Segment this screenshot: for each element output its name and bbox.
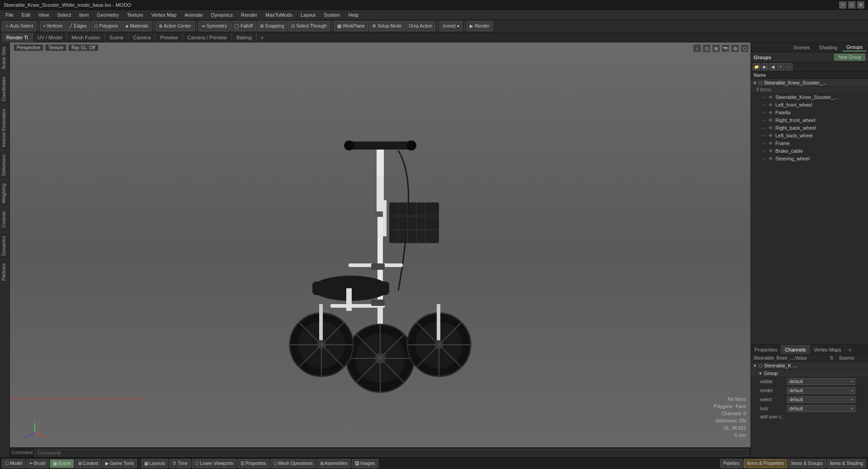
tab-uv-model[interactable]: UV / Model — [33, 33, 67, 42]
menu-render[interactable]: Render — [237, 11, 261, 19]
ray-gl-button[interactable]: Ray GL: Off — [68, 44, 99, 51]
vp-settings-button[interactable]: ⚙ — [731, 44, 739, 52]
list-item[interactable]: ─ 👁 Frame — [751, 140, 868, 147]
sidebar-tab-particles[interactable]: Particles — [0, 259, 9, 284]
list-item[interactable]: ─ 👁 Patella — [751, 109, 868, 117]
home-view-button[interactable]: ⌂ — [693, 44, 701, 52]
none-dropdown[interactable]: (none) ▾ — [439, 21, 462, 31]
command-input[interactable] — [34, 449, 749, 456]
viewport-3d[interactable]: Perspective Texture Ray GL: Off ⌂ ⊡ ⊞ 📷 … — [10, 42, 750, 457]
list-item[interactable]: ─ 👁 Steering_wheel — [751, 155, 868, 163]
edges-button[interactable]: ╱ Edges — [66, 21, 90, 31]
group-expand-button[interactable]: ▶ — [761, 63, 768, 70]
list-item[interactable]: ─ 👁 Right_front_wheel — [751, 117, 868, 124]
sidebar-tab-weighting[interactable]: Weighting — [0, 179, 9, 207]
setup-mode-button[interactable]: ⚙ Setup Mode — [369, 21, 405, 31]
items-groups-button[interactable]: Items & Groups — [788, 459, 826, 468]
group-folder-icon[interactable]: 📁 — [753, 63, 760, 70]
new-group-button[interactable]: New Group — [834, 54, 865, 61]
tab-mesh-fusion[interactable]: Mesh Fusion — [67, 33, 105, 42]
menu-geometry[interactable]: Geometry — [93, 11, 122, 19]
prop-group-row[interactable]: ▼ Group — [751, 370, 868, 377]
tab-scene[interactable]: Scene — [105, 33, 128, 42]
model-button[interactable]: ⬡ Model — [2, 459, 25, 468]
brush-button[interactable]: ✏ Brush — [26, 459, 49, 468]
game-tools-button[interactable]: ▶ Game Tools — [102, 459, 137, 468]
tab-groups[interactable]: Groups — [843, 43, 866, 52]
list-item[interactable]: ─ 👁 Steerable_Knee_Scooter_... — [751, 94, 868, 101]
scene-button[interactable]: ▦ Scene — [50, 459, 74, 468]
tab-baking[interactable]: Baking — [232, 33, 257, 42]
close-button[interactable]: ✕ — [857, 1, 864, 9]
sidebar-tab-active-sets[interactable]: Active Sets — [0, 42, 9, 73]
camera-view-button[interactable]: 📷 — [722, 44, 730, 52]
drop-action-button[interactable]: Drop Action — [406, 21, 436, 31]
mesh-operations-button[interactable]: ⬡ Mesh Operations — [270, 459, 316, 468]
maximize-button[interactable]: □ — [848, 1, 855, 9]
falloff-button[interactable]: ◯ Falloff — [231, 21, 256, 31]
lower-viewports-button[interactable]: ⬡ Lower Viewports — [192, 459, 236, 468]
snapping-button[interactable]: ⊞ Snapping — [257, 21, 287, 31]
menu-system[interactable]: System — [320, 11, 344, 19]
view-mode-button[interactable]: Perspective — [14, 44, 43, 51]
action-center-button[interactable]: ⊕ Action Center — [156, 21, 194, 31]
list-item[interactable]: ─ 👁 Right_back_wheel — [751, 124, 868, 132]
select-value[interactable]: default ▾ — [787, 396, 855, 403]
menu-maxtomodo[interactable]: MaxToModo — [262, 11, 296, 19]
sidebar-tab-ik[interactable]: Inverse Kinematics — [0, 105, 9, 150]
items-properties-button[interactable]: Items & Properties — [744, 459, 787, 468]
render-button[interactable]: ▶ Render — [467, 21, 493, 31]
group-delete-button[interactable]: − — [785, 63, 793, 70]
context-button[interactable]: ⊞ Context — [75, 459, 101, 468]
sidebar-tab-dynamics[interactable]: Dynamics — [0, 232, 9, 259]
add-tab-button[interactable]: + — [257, 33, 268, 42]
select-through-button[interactable]: ⊡ Select Through — [288, 21, 330, 31]
list-item[interactable]: ─ 👁 Left_back_wheel — [751, 132, 868, 140]
layouts-button[interactable]: ▦ Layouts — [141, 459, 168, 468]
workplane-button[interactable]: ▦ WorkPlane — [334, 21, 368, 31]
minimize-button[interactable]: ─ — [839, 1, 846, 9]
menu-view[interactable]: View — [35, 11, 53, 19]
tab-properties[interactable]: Properties — [751, 345, 781, 354]
auto-select-button[interactable]: ⊹ Auto Select — [2, 21, 36, 31]
tab-channels[interactable]: Channels — [781, 345, 810, 354]
menu-edit[interactable]: Edit — [18, 11, 34, 19]
menu-file[interactable]: File — [2, 11, 17, 19]
sidebar-tab-controls[interactable]: Controls — [0, 207, 9, 231]
tab-camera-preview[interactable]: Camera / Preview — [183, 33, 232, 42]
zoom-fit-button[interactable]: ⊡ — [703, 44, 711, 52]
vertices-button[interactable]: • Vertices — [40, 21, 66, 31]
add-user-channel-row[interactable]: add user c... — [751, 413, 868, 421]
items-shading-button[interactable]: Items & Shading — [827, 459, 866, 468]
materials-button[interactable]: ◈ Materials — [122, 21, 152, 31]
groups-list[interactable]: ▼ ⬡ Steerable_Knee_Scooter_... 9 Items ─… — [751, 79, 868, 344]
time-button[interactable]: ⏱ Time — [169, 459, 191, 468]
tab-preview[interactable]: Preview — [156, 33, 183, 42]
properties-button[interactable]: ☰ Properties — [237, 459, 269, 468]
group-collapse-button[interactable]: ◀ — [769, 63, 776, 70]
list-item[interactable]: ─ 👁 Brake_cable — [751, 147, 868, 155]
list-item[interactable]: ─ 👁 Left_front_wheel — [751, 101, 868, 109]
menu-vertex-map[interactable]: Vertex Map — [148, 11, 180, 19]
symmetry-button[interactable]: ⇔ Symmetry — [198, 21, 230, 31]
vp-expand-button[interactable]: ⬡ — [741, 44, 749, 52]
menu-dynamics[interactable]: Dynamics — [208, 11, 236, 19]
visible-value[interactable]: default ▾ — [787, 378, 855, 385]
sidebar-tab-deformers[interactable]: Deformers — [0, 150, 9, 179]
menu-item[interactable]: Item — [75, 11, 92, 19]
render-value[interactable]: default ▾ — [787, 387, 855, 394]
palettes-button[interactable]: Palettes — [720, 459, 743, 468]
menu-help[interactable]: Help — [345, 11, 363, 19]
tab-shading[interactable]: Shading — [816, 44, 841, 51]
prop-root-item[interactable]: ▼ ⬡ Steerable_K ... — [751, 362, 868, 370]
lock-value[interactable]: default ▾ — [787, 405, 855, 412]
tab-camera[interactable]: Camera — [128, 33, 156, 42]
sidebar-tab-coordinates[interactable]: Coordinates — [0, 73, 9, 105]
polygons-button[interactable]: ⬡ Polygons — [91, 21, 121, 31]
tab-scenes[interactable]: Scenes — [790, 44, 814, 51]
assemblies-button[interactable]: ⊞ Assemblies — [317, 459, 351, 468]
viewport-area[interactable]: Perspective Texture Ray GL: Off ⌂ ⊡ ⊞ 📷 … — [10, 42, 750, 457]
images-button[interactable]: 🖼 Images — [352, 459, 378, 468]
tab-render-ti[interactable]: Render Ti — [2, 33, 33, 42]
frame-button[interactable]: ⊞ — [712, 44, 720, 52]
